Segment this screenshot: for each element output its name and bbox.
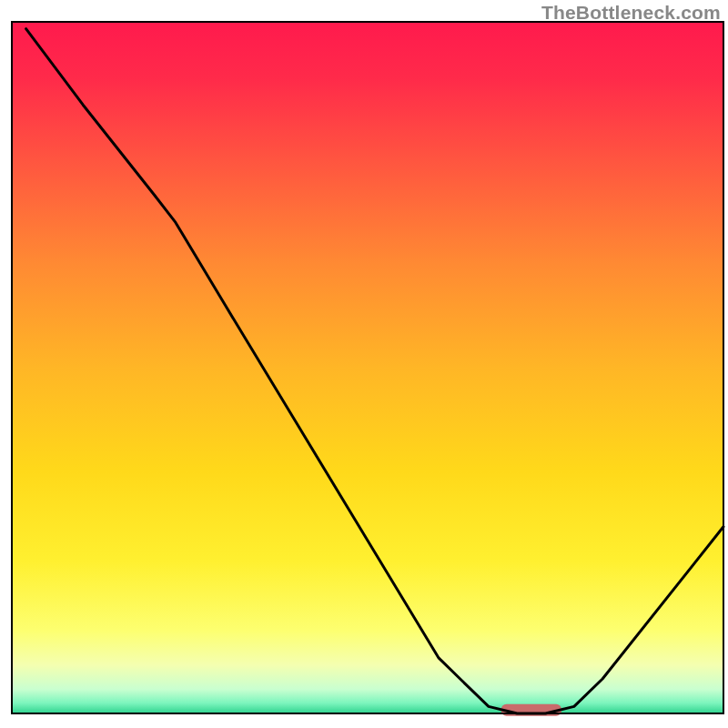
- gradient-background: [12, 22, 723, 713]
- chart-container: TheBottleneck.com: [0, 0, 728, 728]
- bottleneck-chart: [0, 0, 728, 728]
